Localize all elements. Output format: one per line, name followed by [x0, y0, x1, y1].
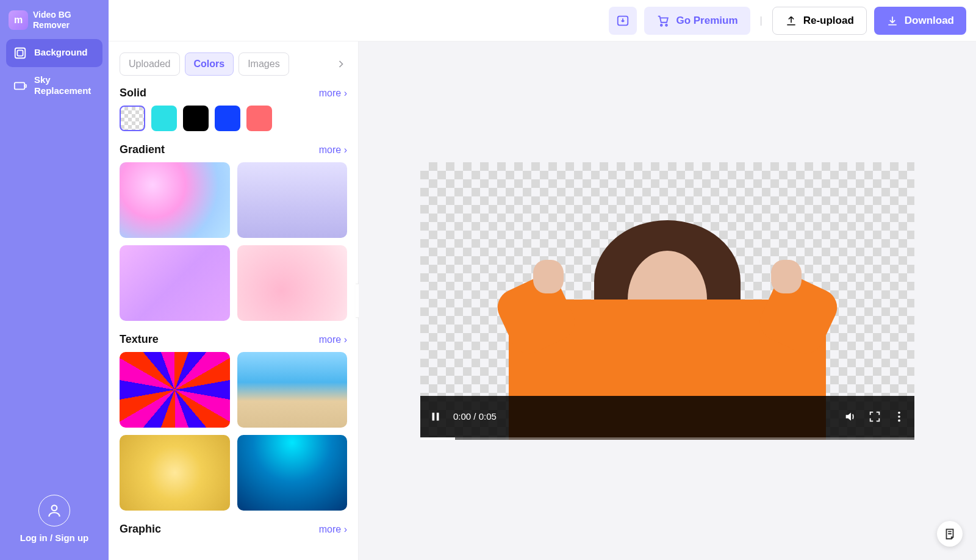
upload-icon [785, 15, 797, 27]
gradient-thumb-pink-iridescent[interactable] [120, 162, 230, 238]
color-swatch-coral[interactable] [246, 106, 272, 131]
sky-replacement-icon [13, 79, 27, 92]
download-icon [886, 15, 899, 27]
texture-more-link[interactable]: more › [319, 334, 347, 345]
separator: | [758, 15, 765, 26]
section-solid-header: Solid more › [120, 84, 347, 106]
svg-point-9 [898, 411, 900, 414]
user-icon [46, 503, 62, 519]
solid-title: Solid [120, 87, 146, 99]
go-premium-button[interactable]: Go Premium [644, 7, 750, 35]
texture-grid [120, 352, 347, 511]
video-player[interactable]: 0:00 / 0:05 [420, 162, 914, 440]
svg-point-11 [898, 419, 900, 422]
texture-title: Texture [120, 333, 159, 346]
svg-rect-0 [15, 48, 26, 58]
cart-icon [656, 14, 670, 27]
sidebar-item-background-label: Background [34, 47, 88, 59]
left-sidebar: m Video BG Remover Background Sky Replac… [0, 0, 109, 560]
video-time: 0:00 / 0:05 [453, 411, 497, 422]
preview-area: 0:00 / 0:05 [359, 41, 976, 560]
note-edit-icon [943, 527, 956, 540]
login-signup-link[interactable]: Log in / Sign up [20, 533, 88, 543]
tab-uploaded[interactable]: Uploaded [120, 52, 180, 76]
svg-point-10 [898, 415, 900, 418]
more-icon[interactable] [892, 410, 906, 423]
feedback-button[interactable] [937, 521, 963, 547]
tabs-scroll-right-icon[interactable] [335, 58, 347, 70]
fullscreen-icon[interactable] [868, 410, 881, 423]
svg-rect-7 [432, 412, 435, 420]
panel-scroll[interactable]: Solid more › Gradient more › [109, 84, 358, 560]
volume-icon[interactable] [844, 410, 857, 423]
section-graphic-header: Graphic more › [120, 520, 347, 542]
go-premium-label: Go Premium [676, 15, 737, 27]
app-logo: m Video BG Remover [6, 6, 102, 39]
tab-colors[interactable]: Colors [185, 52, 234, 76]
download-button[interactable]: Download [874, 7, 966, 35]
color-swatch-cyan[interactable] [151, 106, 177, 131]
svg-point-3 [24, 85, 27, 87]
gradient-more-link[interactable]: more › [319, 145, 347, 156]
color-swatch-black[interactable] [183, 106, 209, 131]
svg-rect-8 [437, 412, 439, 420]
texture-thumb-kaleidoscope[interactable] [120, 352, 230, 428]
download-label: Download [905, 15, 954, 27]
graphic-more-link[interactable]: more › [319, 524, 347, 535]
texture-thumb-gold-glitter[interactable] [120, 435, 230, 511]
video-progress-bar[interactable] [420, 437, 914, 440]
gradient-thumb-purple-swirl[interactable] [120, 245, 230, 321]
gradient-thumb-lavender-waves[interactable] [237, 162, 348, 238]
background-icon [13, 46, 27, 60]
svg-point-6 [666, 24, 668, 26]
avatar[interactable] [38, 495, 70, 526]
color-swatch-transparent[interactable] [120, 106, 145, 131]
texture-thumb-beach-palms[interactable] [237, 352, 348, 428]
app-title-line2: Remover [33, 20, 71, 31]
gradient-thumb-pink-soft[interactable] [237, 245, 348, 321]
logo-icon: m [9, 10, 28, 30]
solid-colors [120, 106, 347, 131]
app-title-line1: Video BG [33, 10, 71, 20]
background-panel: Uploaded Colors Images Solid more › [109, 41, 359, 560]
graphic-title: Graphic [120, 523, 161, 536]
reupload-label: Re-upload [803, 15, 854, 27]
color-swatch-blue[interactable] [215, 106, 240, 131]
svg-point-5 [661, 24, 662, 26]
app-title: Video BG Remover [33, 10, 71, 31]
main-area: Go Premium | Re-upload Download Uploaded… [109, 0, 976, 560]
reupload-button[interactable]: Re-upload [772, 7, 867, 35]
sidebar-item-sky-label: Sky Replacement [34, 74, 95, 98]
pause-icon[interactable] [429, 410, 442, 423]
video-controls: 0:00 / 0:05 [420, 396, 914, 440]
user-area: Log in / Sign up [6, 489, 102, 554]
svg-rect-2 [15, 83, 25, 90]
gradient-title: Gradient [120, 143, 165, 156]
sidebar-item-background[interactable]: Background [6, 39, 102, 67]
solid-more-link[interactable]: more › [319, 88, 347, 99]
sidebar-item-sky-replacement[interactable]: Sky Replacement [6, 67, 102, 105]
content-row: Uploaded Colors Images Solid more › [109, 41, 976, 560]
import-button[interactable] [609, 7, 637, 35]
section-gradient-header: Gradient more › [120, 141, 347, 162]
svg-rect-1 [17, 50, 23, 56]
gradient-grid [120, 162, 347, 321]
tab-images[interactable]: Images [239, 52, 289, 76]
section-texture-header: Texture more › [120, 331, 347, 352]
texture-thumb-blue-particles[interactable] [237, 435, 348, 511]
svg-point-4 [52, 505, 57, 511]
import-icon [616, 14, 630, 27]
panel-tabs: Uploaded Colors Images [109, 41, 358, 84]
top-bar: Go Premium | Re-upload Download [109, 0, 976, 41]
